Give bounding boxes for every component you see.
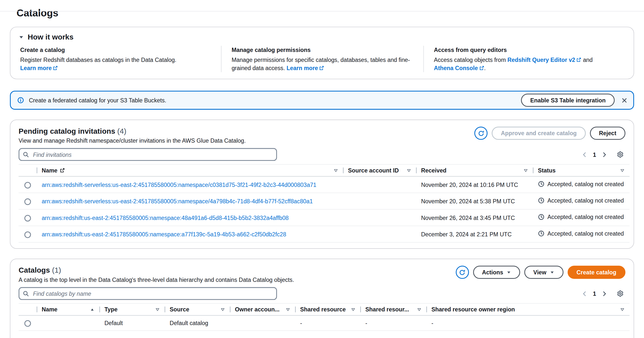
received-cell: December 3, 2024 at 2:21 PM UTC <box>416 226 533 242</box>
invitation-arn-link[interactable]: arn:aws:redshift-serverless:us-east-2:45… <box>42 198 313 205</box>
status-cell: Accepted, catalog not created <box>533 176 630 193</box>
page-title: Catalogs <box>16 7 634 19</box>
invitation-arn-link[interactable]: arn:aws:redshift:us-east-2:451785580005:… <box>42 231 286 238</box>
filter-icon <box>334 168 338 172</box>
received-cell: November 20, 2024 at 5:38 PM UTC <box>416 193 533 209</box>
invitation-arn-link[interactable]: arn:aws:redshift:us-east-2:451785580005:… <box>42 214 289 221</box>
find-catalogs-input[interactable] <box>19 287 277 300</box>
invitation-arn-link[interactable]: arn:aws:redshift-serverless:us-east-2:45… <box>42 181 316 188</box>
filter-icon <box>351 307 355 312</box>
previous-page-button[interactable] <box>580 289 589 298</box>
athena-console-link[interactable]: Athena Console <box>434 65 484 71</box>
column-header-shared-resource[interactable]: Shared resource <box>295 304 360 315</box>
pending-invitations-description: View and manage Redshift namespace/clust… <box>19 136 246 145</box>
filter-icon <box>220 307 225 312</box>
external-link-icon <box>479 66 484 71</box>
gear-icon <box>617 290 624 297</box>
close-icon <box>621 97 628 103</box>
create-catalog-button[interactable]: Create catalog <box>568 266 625 279</box>
find-invitations-input[interactable] <box>19 148 277 161</box>
type-cell: Default <box>100 315 164 331</box>
shared-resource-owner-region-cell: - <box>426 315 630 331</box>
column-header-type[interactable]: Type <box>100 304 164 315</box>
table-preferences-button[interactable] <box>615 288 626 299</box>
column-header-shared-resource-type[interactable]: Shared resour... <box>360 304 426 315</box>
row-radio[interactable] <box>24 320 31 327</box>
how-it-works-card-query-editors: Access from query editors Access catalog… <box>423 46 626 72</box>
actions-dropdown-button[interactable]: Actions <box>473 266 520 279</box>
how-it-works-card-permissions: Manage catalog permissions Manage permis… <box>221 46 423 72</box>
pending-count: (4) <box>117 127 126 135</box>
catalogs-search <box>19 287 277 300</box>
filter-icon <box>620 307 624 312</box>
column-header-name[interactable]: Name <box>37 164 343 176</box>
source-cell: Default catalog <box>164 315 230 331</box>
view-dropdown-button[interactable]: View <box>524 266 563 279</box>
enable-s3-table-integration-button[interactable]: Enable S3 Table integration <box>521 94 615 107</box>
catalogs-title: Catalogs (1) <box>19 266 294 275</box>
catalogs-page: Catalogs How it works Create a catalog R… <box>0 7 644 338</box>
shared-resource-cell: - <box>295 315 360 331</box>
filter-icon <box>620 168 624 172</box>
shared-resource-type-cell: - <box>360 315 426 331</box>
external-link-icon <box>319 66 324 71</box>
learn-more-link[interactable]: Learn more <box>20 65 58 71</box>
select-all-header <box>19 304 37 315</box>
external-link-icon <box>576 57 581 62</box>
how-it-works-panel: How it works Create a catalog Register R… <box>10 27 634 79</box>
invitation-row: arn:aws:redshift-serverless:us-east-2:45… <box>19 193 630 209</box>
catalog-row: Default Default catalog - - - <box>19 315 630 331</box>
card-text: Access catalog objects from <box>434 56 506 63</box>
column-header-name[interactable]: Name <box>37 304 100 315</box>
column-header-source[interactable]: Source <box>164 304 230 315</box>
redshift-query-editor-link[interactable]: Redshift Query Editor v2 <box>508 56 581 63</box>
card-heading: Create a catalog <box>20 46 211 54</box>
pending-invitations-title: Pending catalog invitations (4) <box>19 126 246 136</box>
banner-close-button[interactable] <box>620 95 629 105</box>
pagination: 1 <box>580 288 625 299</box>
approve-and-create-catalog-button[interactable]: Approve and create catalog <box>492 126 586 140</box>
row-radio[interactable] <box>24 231 31 238</box>
row-radio[interactable] <box>24 215 31 221</box>
refresh-button[interactable] <box>456 266 469 279</box>
row-radio[interactable] <box>24 182 31 189</box>
table-header-row: Name Source account ID Received Status <box>19 164 630 176</box>
chevron-right-icon <box>602 291 607 296</box>
external-link-icon <box>53 66 58 71</box>
previous-page-button[interactable] <box>580 150 589 159</box>
learn-more-link[interactable]: Learn more <box>286 65 324 71</box>
filter-icon <box>524 168 528 172</box>
column-header-source-account-id[interactable]: Source account ID <box>343 164 416 176</box>
refresh-button[interactable] <box>474 126 488 140</box>
invitation-row: arn:aws:redshift-serverless:us-east-2:45… <box>19 176 630 193</box>
column-header-owner-account[interactable]: Owner accoun... <box>230 304 295 315</box>
next-page-button[interactable] <box>600 289 609 298</box>
pending-invitations-table: Name Source account ID Received Status a… <box>19 164 630 243</box>
table-header-row: Name Type Source Owner accoun... Shared … <box>19 304 630 315</box>
card-text: . <box>484 65 486 71</box>
panel-titles: Pending catalog invitations (4) View and… <box>19 126 246 145</box>
refresh-icon <box>478 130 484 136</box>
column-header-status[interactable]: Status <box>533 164 630 176</box>
received-cell: November 20, 2024 at 10:16 PM UTC <box>416 176 533 193</box>
info-icon <box>18 97 24 104</box>
select-all-header <box>19 164 37 176</box>
column-header-shared-resource-owner-region[interactable]: Shared resource owner region <box>426 304 630 315</box>
how-it-works-columns: Create a catalog Register Redshift datab… <box>19 46 626 72</box>
external-link-icon <box>60 168 65 173</box>
column-header-received[interactable]: Received <box>416 164 533 176</box>
invitation-row: arn:aws:redshift:us-east-2:451785580005:… <box>19 209 630 226</box>
filter-icon <box>417 307 422 312</box>
reject-button[interactable]: Reject <box>590 126 625 140</box>
status-cell: Accepted, catalog not created <box>533 226 630 242</box>
card-heading: Manage catalog permissions <box>232 46 413 54</box>
caret-down-icon <box>506 270 511 274</box>
pagination: 1 <box>580 149 625 160</box>
catalogs-count: (1) <box>52 266 61 274</box>
pending-invitations-panel: Pending catalog invitations (4) View and… <box>10 120 634 249</box>
banner-message: Create a federated catalog for your S3 T… <box>29 97 516 104</box>
how-it-works-toggle[interactable]: How it works <box>19 33 626 42</box>
row-radio[interactable] <box>24 198 31 205</box>
next-page-button[interactable] <box>600 150 609 159</box>
table-preferences-button[interactable] <box>615 149 626 160</box>
